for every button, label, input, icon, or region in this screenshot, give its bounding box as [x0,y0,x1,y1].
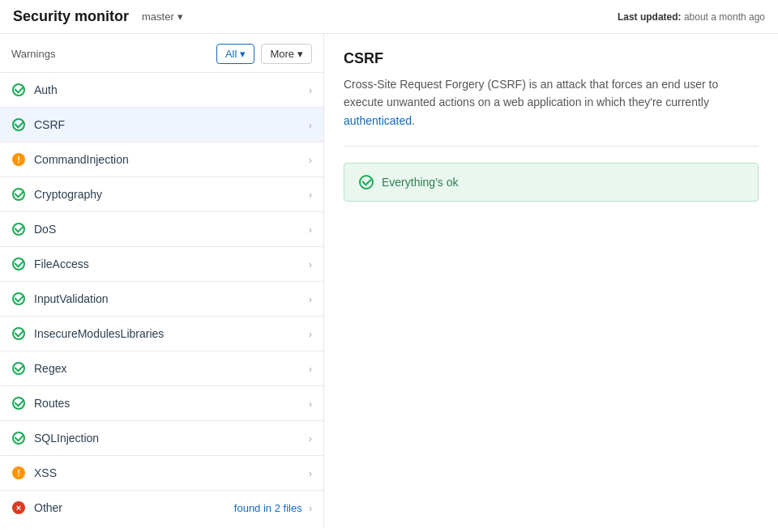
chevron-right-icon: › [309,293,312,305]
error-icon: × [11,500,26,515]
warning-item-inputvalidation[interactable]: InputValidation› [0,281,323,316]
ok-icon [11,187,26,202]
ok-icon [11,83,26,97]
chevron-right-icon: › [309,154,312,166]
content-panel: CSRF Cross-Site Request Forgery (CSRF) i… [324,34,778,528]
warning-name: SQLInjection [34,432,302,445]
warning-item-cryptography[interactable]: Cryptography› [0,177,323,211]
ok-icon [11,361,26,376]
chevron-right-icon: › [309,119,312,131]
warning-item-csrf[interactable]: CSRF› [0,107,323,142]
warning-item-regex[interactable]: Regex› [0,351,323,385]
branch-selector[interactable]: master ▾ [137,9,188,24]
app-root: Security monitor master ▾ Last updated: … [0,0,778,528]
more-button[interactable]: More ▾ [261,44,312,64]
ok-icon [11,257,26,271]
warning-item-insecuremodules[interactable]: InsecureModulesLibraries› [0,316,323,351]
branch-name: master [142,11,174,23]
warning-item-xss[interactable]: !XSS› [0,455,323,490]
ok-icon [11,117,26,132]
chevron-right-icon: › [309,398,312,410]
warning-name: XSS [34,466,302,479]
ok-icon [359,175,374,189]
warning-list: Auth›CSRF›!CommandInjection›Cryptography… [0,72,323,528]
chevron-right-icon: › [309,432,312,445]
warning-name: Auth [34,83,302,96]
more-label: More [270,48,294,60]
warning-name: FileAccess [34,257,302,270]
status-ok-text: Everything's ok [382,176,459,189]
divider [344,146,759,147]
warn-icon: ! [11,466,26,480]
chevron-right-icon: › [309,467,312,479]
warning-item-fileaccess[interactable]: FileAccess› [0,246,323,281]
toolbar-buttons: All ▾ More ▾ [216,44,312,64]
content-title: CSRF [344,50,759,67]
warning-name: DoS [34,223,302,236]
warning-name: InsecureModulesLibraries [34,327,302,340]
authenticated-link[interactable]: authenticated [344,114,412,127]
ok-icon [11,222,26,236]
content-description: Cross-Site Request Forgery (CSRF) is an … [344,75,759,130]
page-title: Security monitor [13,8,129,25]
warning-item-sqlinjection[interactable]: SQLInjection› [0,420,323,455]
warning-name: Regex [34,362,302,375]
warnings-label: Warnings [11,48,55,60]
last-updated-value: about a month ago [684,11,765,23]
chevron-right-icon: › [309,328,312,340]
sidebar-toolbar: Warnings All ▾ More ▾ [0,34,323,72]
warning-name: Routes [34,397,302,410]
warning-name: InputValidation [34,292,302,305]
warning-item-auth[interactable]: Auth› [0,72,323,107]
ok-icon [11,292,26,306]
chevron-right-icon: › [309,189,312,201]
all-filter-button[interactable]: All ▾ [216,44,254,64]
warning-name: Other [34,501,229,514]
ok-icon [11,326,26,341]
warning-item-routes[interactable]: Routes› [0,385,323,420]
chevron-right-icon: › [309,223,312,236]
warn-icon: ! [11,152,26,167]
warning-item-other[interactable]: ×Otherfound in 2 files› [0,490,323,525]
warning-name: CSRF [34,118,302,131]
header: Security monitor master ▾ Last updated: … [0,0,778,34]
sidebar: Warnings All ▾ More ▾ Auth›CSRF›!Command… [0,34,324,528]
chevron-down-icon: ▾ [240,48,246,60]
chevron-right-icon: › [309,258,312,270]
last-updated: Last updated: about a month ago [618,11,765,23]
status-ok-banner: Everything's ok [344,163,759,202]
warning-item-commandinjection[interactable]: !CommandInjection› [0,142,323,177]
ok-icon [11,431,26,445]
warning-name: CommandInjection [34,153,302,166]
chevron-right-icon: › [309,502,312,514]
chevron-down-icon: ▾ [297,48,303,60]
last-updated-label: Last updated: [618,11,682,23]
warning-name: Cryptography [34,188,302,201]
header-left: Security monitor master ▾ [13,8,188,25]
all-label: All [225,48,237,60]
chevron-right-icon: › [309,84,312,96]
warning-found-text: found in 2 files [234,502,302,514]
chevron-right-icon: › [309,363,312,375]
ok-icon [11,396,26,411]
main-layout: Warnings All ▾ More ▾ Auth›CSRF›!Command… [0,34,778,528]
warning-item-dos[interactable]: DoS› [0,211,323,246]
chevron-down-icon: ▾ [177,11,183,23]
